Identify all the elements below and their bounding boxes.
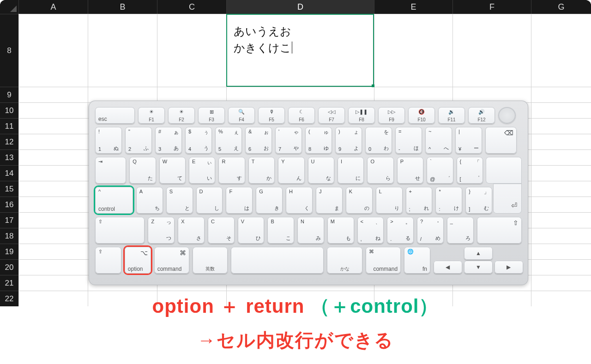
num-key-1[interactable]: "2ふ: [125, 127, 152, 154]
f7-key[interactable]: ◁◁F7: [318, 107, 345, 124]
a-key-6[interactable]: Jま: [316, 187, 343, 214]
z-key-9[interactable]: ?・/め: [417, 217, 444, 244]
cell[interactable]: [531, 212, 591, 228]
shift-right-key[interactable]: ⇧: [477, 217, 522, 244]
f8-key[interactable]: ▷❚❚F8: [348, 107, 375, 124]
z-key-10[interactable]: _ろ: [447, 217, 474, 244]
cell[interactable]: [531, 118, 591, 134]
row-header-8[interactable]: 8: [0, 14, 18, 87]
z-key-7[interactable]: <、,ね: [357, 217, 384, 244]
cell[interactable]: [374, 87, 452, 102]
a-key-8[interactable]: Lり: [376, 187, 403, 214]
col-header-A[interactable]: A: [18, 0, 88, 14]
num-key-12[interactable]: |¥ー: [455, 127, 482, 154]
row-header-17[interactable]: 17: [0, 212, 18, 228]
cell[interactable]: [18, 102, 88, 118]
cell[interactable]: [531, 181, 591, 197]
row-header-10[interactable]: 10: [0, 102, 18, 118]
cell[interactable]: [531, 259, 591, 275]
cell[interactable]: [531, 134, 591, 149]
caps-key[interactable]: ⇪: [95, 247, 121, 274]
row-header-15[interactable]: 15: [0, 181, 18, 197]
cell[interactable]: [18, 212, 88, 228]
arrow-up-key[interactable]: ▲: [464, 247, 493, 260]
z-key-4[interactable]: Bこ: [267, 217, 294, 244]
cell[interactable]: [452, 87, 531, 102]
esc-key[interactable]: esc: [95, 107, 135, 124]
f6-key[interactable]: ☾F6: [288, 107, 315, 124]
delete-key[interactable]: ⌫: [485, 127, 517, 154]
a-key-2[interactable]: Dし: [196, 187, 223, 214]
a-key-9[interactable]: +;れ: [406, 187, 433, 214]
f11-key[interactable]: 🔉F11: [438, 107, 465, 124]
q-key-6[interactable]: Uな: [308, 157, 334, 184]
a-key-1[interactable]: Sと: [166, 187, 193, 214]
col-header-E[interactable]: E: [374, 0, 452, 14]
row-header-14[interactable]: 14: [0, 165, 18, 181]
cell[interactable]: [531, 228, 591, 244]
col-header-B[interactable]: B: [88, 0, 157, 14]
q-key-9[interactable]: Pせ: [397, 157, 423, 184]
cell[interactable]: [18, 181, 88, 197]
num-key-4[interactable]: %ぇ5え: [215, 127, 242, 154]
col-header-C[interactable]: C: [157, 0, 226, 14]
f2-key[interactable]: ☀F2: [168, 107, 195, 124]
a-key-5[interactable]: Hく: [286, 187, 313, 214]
num-key-10[interactable]: =-ほ: [395, 127, 422, 154]
cell[interactable]: [531, 102, 591, 118]
col-header-F[interactable]: F: [452, 0, 531, 14]
num-key-5[interactable]: &ぉ6お: [245, 127, 272, 154]
row-header-9[interactable]: 9: [0, 87, 18, 102]
q-key-1[interactable]: Wて: [159, 157, 186, 184]
arrow-left-key[interactable]: ◀: [434, 261, 462, 274]
cell[interactable]: [88, 14, 157, 87]
a-key-11[interactable]: }」]む: [465, 187, 492, 214]
cell[interactable]: [18, 275, 88, 291]
cell[interactable]: [18, 87, 88, 102]
row-header-13[interactable]: 13: [0, 149, 18, 165]
z-key-3[interactable]: Vひ: [238, 217, 265, 244]
cell[interactable]: [531, 197, 591, 212]
a-key-0[interactable]: Aち: [136, 187, 163, 214]
z-key-0[interactable]: Zっつ: [148, 217, 175, 244]
row-header-11[interactable]: 11: [0, 118, 18, 134]
arrow-right-key[interactable]: ▶: [495, 261, 523, 274]
option-left-key[interactable]: ⌥option: [125, 247, 151, 274]
num-key-11[interactable]: ~^へ: [425, 127, 452, 154]
col-header-D[interactable]: D: [226, 0, 374, 14]
cell[interactable]: [18, 197, 88, 212]
cell[interactable]: [157, 87, 226, 102]
f1-key[interactable]: ☀F1: [138, 107, 165, 124]
num-key-6[interactable]: 'ゃ7や: [275, 127, 302, 154]
arrow-down-key[interactable]: ▼: [464, 261, 493, 274]
cell[interactable]: [18, 165, 88, 181]
f5-key[interactable]: 🎙F5: [258, 107, 285, 124]
cell[interactable]: [452, 14, 531, 87]
num-key-0[interactable]: !1ぬ: [95, 127, 122, 154]
q-key-2[interactable]: Eぃい: [189, 157, 215, 184]
cell[interactable]: [88, 87, 157, 102]
cell[interactable]: [531, 14, 591, 87]
cell[interactable]: [531, 275, 591, 291]
z-key-8[interactable]: >。.る: [387, 217, 414, 244]
row-header-19[interactable]: 19: [0, 244, 18, 259]
cell[interactable]: [531, 165, 591, 181]
cell[interactable]: [18, 14, 88, 87]
f10-key[interactable]: 🔇F10: [408, 107, 435, 124]
cell[interactable]: [157, 14, 226, 87]
q-key-11[interactable]: {「[゜: [457, 157, 483, 184]
fill-handle[interactable]: [372, 84, 374, 87]
command-right-key[interactable]: ⌘command: [366, 247, 401, 274]
f3-key[interactable]: ⊞F3: [198, 107, 225, 124]
z-key-6[interactable]: Mも: [327, 217, 354, 244]
col-header-G[interactable]: G: [531, 0, 591, 14]
row-header-16[interactable]: 16: [0, 197, 18, 212]
f12-key[interactable]: 🔊F12: [468, 107, 495, 124]
touch-id[interactable]: [498, 107, 516, 124]
eisu-key[interactable]: 英数: [193, 247, 228, 274]
cell[interactable]: [531, 244, 591, 259]
a-key-3[interactable]: Fは: [226, 187, 253, 214]
cell[interactable]: [18, 134, 88, 149]
control-key[interactable]: ^control: [95, 187, 133, 214]
row-header-18[interactable]: 18: [0, 228, 18, 244]
